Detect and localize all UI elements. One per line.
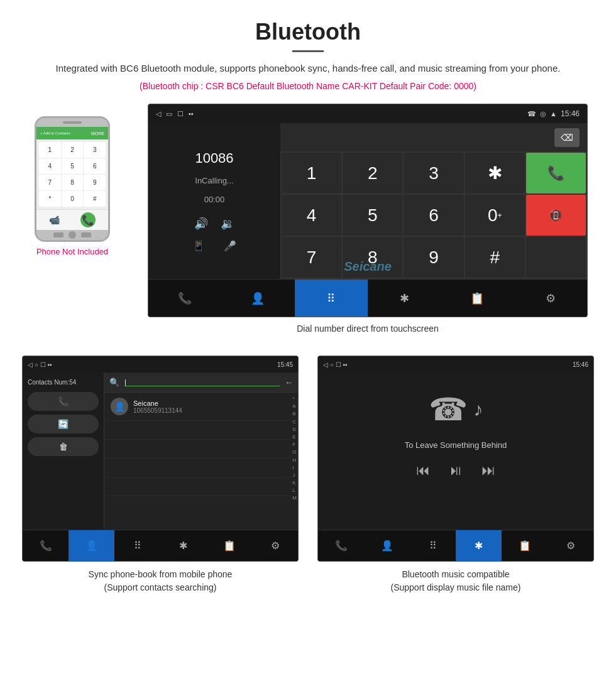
contacts-search-bar: 🔍 | ←	[104, 373, 298, 393]
dialer-area: 10086 InCalling... 00:00 🔊 🔉 📱 🎤	[148, 123, 587, 279]
contacts-right-panel: 🔍 | ← 👤 Seicane 10655059113144	[104, 373, 298, 530]
music-nav-calls[interactable]: 📞	[318, 530, 364, 561]
nav-contacts[interactable]: 👤	[221, 280, 294, 317]
phone-container: + Add to Contacts MORE 1 2 3 4 5 6 7 8 9…	[19, 104, 126, 256]
nav-media[interactable]: 📋	[441, 280, 514, 317]
music-nav-dialer[interactable]: ⠿	[410, 530, 456, 561]
key-7[interactable]: 7	[282, 237, 341, 278]
contacts-nav-contacts[interactable]: 👤	[69, 530, 114, 561]
key-6[interactable]: 6	[404, 195, 463, 236]
phone-key-5[interactable]: 5	[62, 158, 84, 174]
next-track-button[interactable]: ⏭	[481, 462, 495, 479]
phone-key-hash[interactable]: #	[84, 191, 106, 207]
contact-number: 10655059113144	[133, 407, 285, 414]
contacts-nav-media[interactable]: 📋	[206, 530, 252, 561]
music-controls: ⏮ ⏯ ⏭	[416, 462, 495, 479]
key-hash[interactable]: #	[465, 237, 525, 278]
list-item[interactable]: 👤 Seicane 10655059113144	[104, 393, 291, 421]
nav-settings[interactable]: ⚙	[514, 280, 587, 317]
contacts-caption-line2: (Support contacts searching)	[104, 582, 217, 592]
nav-bluetooth[interactable]: ✱	[368, 280, 441, 317]
contact-name: Seicane	[133, 400, 285, 407]
phone-key-7[interactable]: 7	[39, 175, 61, 190]
key-9[interactable]: 9	[404, 237, 463, 278]
phone-key-0[interactable]: 0	[62, 191, 84, 207]
music-body: ☎ ♪ To Leave Something Behind ⏮ ⏯ ⏭	[318, 373, 593, 530]
contacts-nav-settings[interactable]: ⚙	[252, 530, 298, 561]
key-star[interactable]: ✱	[465, 153, 525, 193]
play-pause-button[interactable]: ⏯	[449, 462, 463, 479]
key-2[interactable]: 2	[343, 153, 402, 193]
list-item-empty3	[104, 459, 291, 477]
key-4[interactable]: 4	[282, 195, 341, 236]
phone-speaker	[63, 121, 82, 124]
more-label: MORE	[91, 131, 104, 136]
volume-up-icon[interactable]: 🔊	[194, 217, 208, 231]
contacts-body: Contacts Num:54 📞 🔄 🗑 🔍 | ← 👤	[23, 373, 298, 530]
nav-calls[interactable]: 📞	[148, 280, 221, 317]
phone-key-6[interactable]: 6	[84, 158, 106, 174]
music-item: ◁ ○ ☐ ▪▪ 15:46 ☎ ♪ To Leave Something Be…	[314, 356, 597, 594]
status-bar-dialer: ◁ ▭ ☐ ▪▪ ☎ ◎ ▲ 15:46	[148, 104, 587, 123]
title-underline	[292, 50, 324, 52]
phone-key-3[interactable]: 3	[84, 142, 106, 158]
main-section: + Add to Contacts MORE 1 2 3 4 5 6 7 8 9…	[0, 104, 616, 346]
alpha-index: * A B C D E F G H I J K L	[291, 393, 298, 504]
music-caption-line2: (Support display music file name)	[391, 582, 521, 592]
dialer-timer: 00:00	[204, 195, 225, 204]
contacts-nav-calls[interactable]: 📞	[23, 530, 69, 561]
phone-key-star[interactable]: *	[39, 191, 61, 207]
music-note-icon: ♪	[474, 399, 483, 420]
nav-dialer[interactable]: ⠿	[295, 280, 368, 317]
key-8[interactable]: 8	[343, 237, 402, 278]
contacts-nav-dialer[interactable]: ⠿	[114, 530, 160, 561]
contact-avatar: 👤	[111, 398, 128, 415]
settings-icon: ☐	[177, 110, 184, 118]
phone-key-9[interactable]: 9	[84, 175, 106, 190]
contacts-nav-bluetooth[interactable]: ✱	[160, 530, 206, 561]
call-button[interactable]: 📞	[526, 153, 586, 193]
car-screen-container: ◁ ▭ ☐ ▪▪ ☎ ◎ ▲ 15:46 10086 InCalling...	[138, 104, 597, 334]
phone-key-8[interactable]: 8	[62, 175, 84, 190]
sync-action-btn[interactable]: 🔄	[28, 415, 99, 433]
dial-caption: Dial number direct from touchscreen	[297, 324, 439, 334]
key-5[interactable]: 5	[343, 195, 402, 236]
key-empty	[526, 237, 586, 278]
phone-menu-btn	[81, 232, 91, 237]
delete-action-btn[interactable]: 🗑	[28, 437, 99, 456]
music-nav-contacts[interactable]: 👤	[364, 530, 410, 561]
page-header: Bluetooth Integrated with BC6 Bluetooth …	[0, 0, 616, 104]
transfer-icon[interactable]: 📱	[192, 240, 205, 252]
list-item-empty1	[104, 421, 291, 440]
phone-key-4[interactable]: 4	[39, 158, 61, 174]
contacts-list-wrapper: 👤 Seicane 10655059113144	[104, 393, 298, 504]
phone-key-1[interactable]: 1	[39, 142, 61, 158]
key-1[interactable]: 1	[282, 153, 341, 193]
backspace-button[interactable]: ⌫	[554, 128, 580, 147]
dialer-left-panel: 10086 InCalling... 00:00 🔊 🔉 📱 🎤	[148, 123, 280, 279]
music-nav-media[interactable]: 📋	[502, 530, 547, 561]
contact-info: Seicane 10655059113144	[133, 400, 285, 414]
music-nav-bluetooth[interactable]: ✱	[456, 530, 502, 561]
contacts-caption: Sync phone-book from mobile phone (Suppo…	[89, 568, 233, 594]
phone-key-2[interactable]: 2	[62, 142, 84, 158]
back-icon: ◁	[156, 110, 161, 118]
phone-icon-status: ☎	[527, 110, 536, 118]
prev-track-button[interactable]: ⏮	[416, 462, 430, 479]
music-status-left: ◁ ○ ☐ ▪▪	[323, 361, 347, 368]
end-call-button[interactable]: 📵	[526, 195, 586, 236]
key-3[interactable]: 3	[404, 153, 463, 193]
key-0plus[interactable]: 0+	[465, 195, 525, 236]
mic-icon[interactable]: 🎤	[224, 240, 236, 252]
volume-down-icon[interactable]: 🔉	[221, 217, 234, 231]
call-action-btn[interactable]: 📞	[28, 392, 99, 411]
list-item-empty2	[104, 440, 291, 459]
dialer-volume-controls: 🔊 🔉	[194, 217, 234, 231]
music-nav-settings[interactable]: ⚙	[547, 530, 593, 561]
music-screen: ◁ ○ ☐ ▪▪ 15:46 ☎ ♪ To Leave Something Be…	[317, 356, 594, 562]
search-cursor[interactable]: |	[124, 378, 280, 386]
phone-back-btn	[53, 232, 63, 237]
phone-not-included-label: Phone Not Included	[36, 247, 108, 256]
music-status-bar: ◁ ○ ☐ ▪▪ 15:46	[318, 356, 593, 373]
phone-bottom-bar	[36, 230, 108, 240]
